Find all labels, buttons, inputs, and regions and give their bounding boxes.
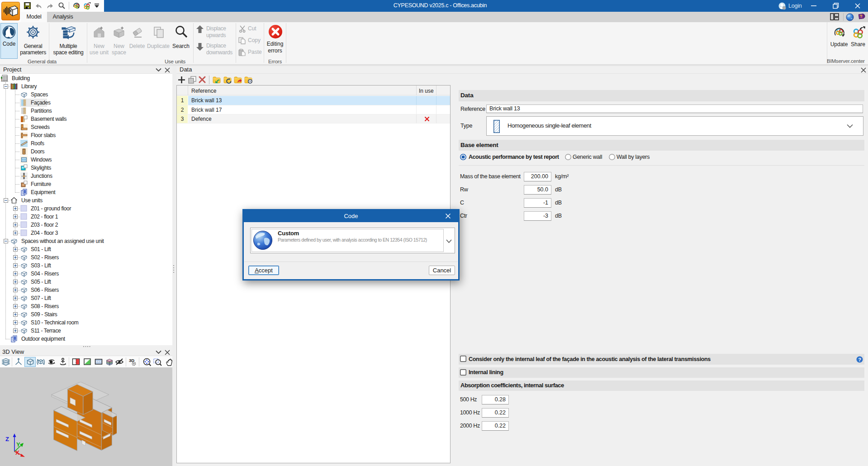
svg-text:Z: Z <box>5 436 9 442</box>
svg-text:X: X <box>15 449 19 456</box>
svg-text:3D: 3D <box>129 358 134 363</box>
svg-text:Y: Y <box>16 441 20 448</box>
svg-text:?: ? <box>858 357 861 362</box>
